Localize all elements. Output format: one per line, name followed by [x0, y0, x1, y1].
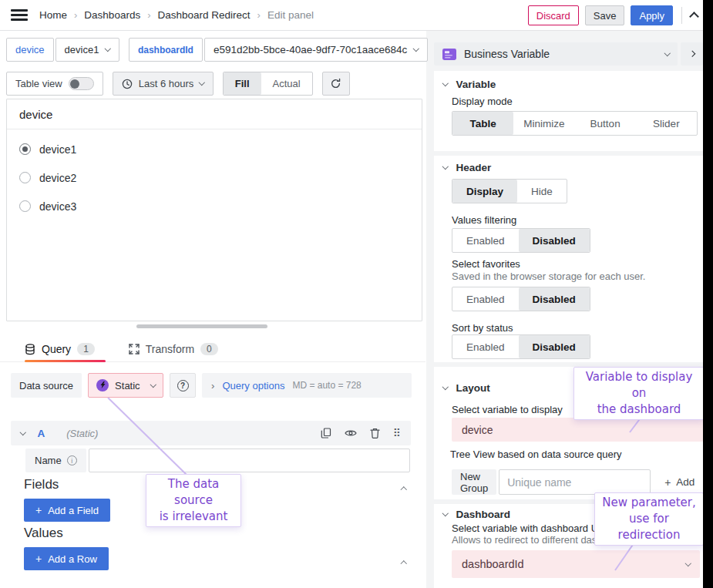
breadcrumb: Home › Dashboards › Dashboard Redirect ›… — [39, 9, 314, 21]
table-view-label: Table view — [15, 78, 62, 89]
dashboard-uid-select[interactable]: dashboardId — [452, 550, 700, 578]
drag-handle-icon[interactable]: ⠿ — [393, 428, 401, 438]
business-variable-plugin-icon — [442, 49, 456, 60]
radio-label: device3 — [39, 200, 76, 213]
select-favorites-enabled[interactable]: Enabled — [452, 287, 519, 311]
values-filtering-enabled[interactable]: Enabled — [452, 229, 519, 252]
new-group-name-input[interactable] — [499, 469, 651, 495]
chevron-down-icon — [442, 384, 449, 390]
database-icon — [25, 344, 35, 355]
add-row-button[interactable]: + Add a Row — [24, 547, 109, 570]
plus-icon: + — [35, 553, 42, 565]
select-variable-value: device — [462, 424, 493, 436]
chevron-down-icon — [413, 45, 419, 52]
menu-icon[interactable] — [11, 7, 28, 24]
static-datasource-logo-icon — [96, 379, 109, 391]
name-input[interactable] — [89, 449, 410, 472]
time-range-picker[interactable]: Last 6 hours — [113, 72, 214, 96]
collapse-values-icon[interactable] — [402, 555, 406, 569]
variable-dashboardid-label: dashboardId — [129, 38, 203, 62]
fill-actual-group: Fill Actual — [223, 72, 313, 96]
select-variable-label: Select variable to display — [452, 404, 563, 415]
sort-by-status-disabled[interactable]: Disabled — [519, 335, 590, 358]
display-mode-slider[interactable]: Slider — [636, 112, 697, 135]
breadcrumb-dashboard-redirect[interactable]: Dashboard Redirect — [158, 9, 251, 21]
info-icon: i — [67, 455, 77, 465]
apply-button[interactable]: Apply — [631, 5, 673, 25]
query-row-header[interactable]: A (Static) ⠿ — [11, 421, 411, 445]
tab-transform-label: Transform — [146, 343, 194, 355]
select-favorites-disabled[interactable]: Disabled — [519, 287, 590, 311]
table-view-toggle[interactable] — [69, 77, 94, 90]
add-field-button[interactable]: + Add a Field — [24, 499, 110, 522]
query-options-meta: MD = auto = 728 — [292, 380, 361, 391]
tooltip-line: is irrelevant — [151, 509, 236, 525]
chevron-down-icon — [442, 163, 449, 170]
tooltip-line: the dashboard — [579, 402, 699, 418]
tab-query[interactable]: Query 1 — [25, 343, 95, 355]
radio-option-device1[interactable]: device1 — [7, 136, 422, 163]
section-variable-header[interactable]: Variable — [443, 79, 496, 90]
radio-unselected-icon — [19, 200, 31, 212]
radio-option-device2[interactable]: device2 — [7, 164, 422, 191]
duplicate-icon[interactable] — [321, 428, 331, 438]
select-variable-field[interactable]: device — [452, 418, 704, 442]
display-mode-table[interactable]: Table — [452, 112, 513, 135]
hide-response-eye-icon[interactable] — [345, 428, 357, 438]
add-group-button[interactable]: + Add — [658, 469, 701, 495]
variable-device-select[interactable]: device1 — [55, 38, 119, 62]
time-range-label: Last 6 hours — [139, 78, 194, 89]
delete-trash-icon[interactable] — [370, 428, 380, 438]
collapse-header-icon[interactable] — [689, 12, 699, 22]
pane-resize-handle[interactable] — [136, 324, 267, 328]
fill-option[interactable]: Fill — [224, 72, 261, 95]
tooltip-display-variable: Variable to display on the dashboard — [573, 367, 705, 420]
transform-icon — [129, 344, 140, 354]
header-display-option[interactable]: Display — [452, 180, 517, 203]
section-layout-header[interactable]: Layout — [443, 382, 490, 394]
sort-by-status-label: Sort by status — [452, 322, 513, 334]
chevron-down-icon — [684, 560, 691, 566]
actual-option[interactable]: Actual — [261, 72, 312, 95]
top-navigation-bar: Home › Dashboards › Dashboard Redirect ›… — [0, 0, 713, 31]
query-row-actions: ⠿ — [321, 428, 401, 438]
section-dashboard-header[interactable]: Dashboard — [443, 509, 510, 520]
variable-device-label: device — [6, 38, 54, 62]
discard-button[interactable]: Discard — [528, 5, 579, 25]
display-mode-minimize[interactable]: Minimize — [513, 112, 574, 135]
breadcrumb-dashboards[interactable]: Dashboards — [84, 9, 140, 21]
tab-transform[interactable]: Transform 0 — [129, 343, 218, 355]
dashboard-uid-label: Select variable with dashboard UID — [452, 522, 608, 534]
plus-icon: + — [35, 504, 42, 516]
collapse-options-pane-button[interactable] — [681, 42, 703, 66]
breadcrumb-home[interactable]: Home — [39, 9, 67, 21]
tab-query-label: Query — [42, 343, 71, 355]
select-favorites-label: Select favorites — [452, 258, 520, 270]
datasource-help-button[interactable]: ? — [170, 373, 196, 398]
datasource-picker[interactable]: Static — [88, 373, 163, 398]
options-pane-header[interactable]: Business Variable — [434, 42, 678, 66]
variable-device-value: device1 — [65, 44, 99, 55]
section-header-header[interactable]: Header — [443, 162, 491, 173]
radio-label: device2 — [39, 172, 76, 184]
chevron-right-icon[interactable]: › — [211, 380, 214, 391]
chevron-down-icon — [20, 429, 26, 435]
display-mode-button[interactable]: Button — [575, 112, 636, 135]
collapse-fields-icon[interactable] — [402, 481, 406, 495]
radio-unselected-icon — [19, 172, 31, 183]
refresh-button[interactable] — [322, 72, 350, 96]
tooltip-line: Variable to display on — [579, 369, 699, 402]
variable-dashboardid-select[interactable]: e591d2bb-5bce-40ae-9df7-70c1aace684c — [204, 38, 428, 62]
display-mode-group: Table Minimize Button Slider — [452, 111, 698, 136]
save-button[interactable]: Save — [585, 5, 625, 25]
query-options-link[interactable]: Query options — [222, 380, 284, 391]
variable-device-group: device device1 — [6, 38, 119, 62]
values-filtering-disabled[interactable]: Disabled — [519, 229, 590, 252]
select-favorites-description: Saved in the browser storage for each us… — [452, 270, 645, 282]
chevron-right-icon — [689, 51, 695, 57]
radio-option-device3[interactable]: device3 — [7, 193, 422, 220]
new-group-label: New Group — [452, 469, 496, 495]
sort-by-status-enabled[interactable]: Enabled — [452, 335, 519, 358]
topbar-actions: Discard Save Apply — [528, 0, 698, 31]
header-hide-option[interactable]: Hide — [517, 180, 567, 203]
